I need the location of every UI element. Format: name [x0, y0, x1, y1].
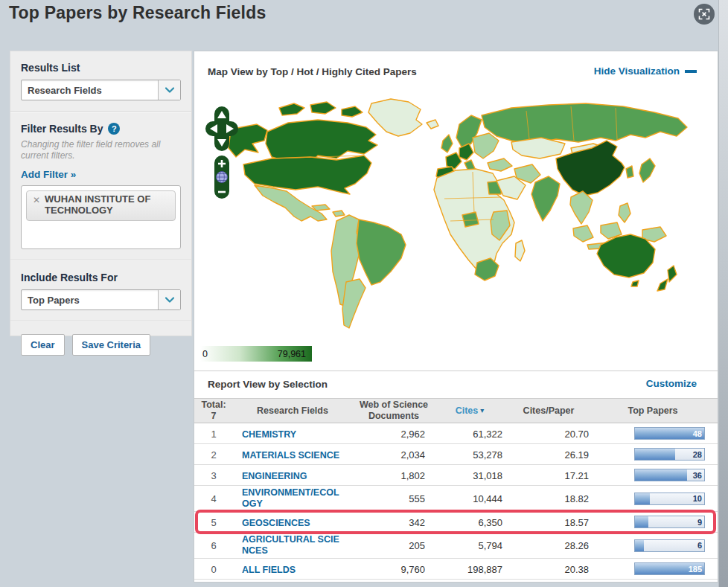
include-results-value: Top Papers	[22, 290, 158, 309]
filter-section: Filter Results By ? Changing the filter …	[21, 123, 181, 249]
field-link[interactable]: AGRICULTURAL SCIENCES	[242, 534, 340, 556]
map-country-mexico	[255, 185, 327, 221]
map-pan-control	[205, 106, 238, 151]
remove-filter-icon[interactable]: ✕	[33, 195, 40, 205]
top-papers-bar: 6	[634, 539, 705, 552]
table-row: 5 GEOSCIENCES 342 6,350 18.57 9	[194, 512, 718, 533]
results-list-label: Results List	[21, 62, 181, 74]
top-papers-value: 48	[693, 428, 702, 439]
customize-link[interactable]: Customize	[646, 378, 697, 389]
row-cites-per-paper: 17.21	[564, 470, 589, 481]
row-cites-per-paper: 20.38	[564, 564, 589, 575]
row-cites: 31,018	[473, 470, 502, 481]
row-cites: 6,350	[478, 517, 502, 528]
fullscreen-button[interactable]	[694, 4, 715, 25]
report-table-body: 1 CHEMISTRY 2,962 61,322 20.70 48 2 MATE…	[194, 423, 718, 580]
header-research-fields[interactable]: Research Fields	[233, 405, 352, 417]
row-rank: 3	[211, 470, 216, 481]
include-results-section: Include Results For Top Papers	[21, 272, 181, 310]
scrollbar[interactable]	[718, 0, 728, 587]
row-cites: 10,444	[473, 493, 502, 504]
map-philippines	[619, 203, 630, 222]
globe-icon	[217, 172, 228, 183]
map-controls[interactable]	[205, 105, 240, 202]
map-country-korea	[626, 166, 633, 178]
row-wos: 9,760	[400, 564, 425, 575]
map-new-zealand	[657, 266, 677, 291]
map-country-uk	[441, 135, 453, 153]
filter-results-label: Filter Results By	[21, 123, 103, 135]
hide-visualization-link[interactable]: Hide Visualization	[594, 65, 697, 77]
chevron-down-icon	[158, 80, 180, 100]
row-rank: 5	[211, 517, 216, 528]
row-rank: 6	[211, 540, 216, 551]
header-top-papers[interactable]: Top Papers	[593, 405, 712, 417]
fullscreen-icon	[698, 8, 710, 20]
top-papers-value: 28	[693, 449, 702, 460]
header-wos-documents[interactable]: Web of Science Documents	[352, 400, 435, 422]
map-country-argentina	[342, 279, 365, 328]
map-color-scale: 0 79,961	[200, 346, 312, 362]
filter-chip-label: WUHAN INSTITUTE OF TECHNOLOGY	[45, 194, 169, 216]
report-view-title: Report View by Selection	[208, 379, 328, 390]
row-wos: 555	[409, 493, 425, 504]
top-papers-bar-fill	[635, 516, 648, 527]
filter-box: ✕ WUHAN INSTITUTE OF TECHNOLOGY	[21, 185, 181, 249]
field-link[interactable]: CHEMISTRY	[242, 429, 296, 440]
save-criteria-button[interactable]: Save Criteria	[72, 334, 151, 356]
row-cites: 53,278	[473, 449, 502, 461]
page-title: Top Papers by Research Fields	[9, 3, 266, 23]
filter-chip[interactable]: ✕ WUHAN INSTITUTE OF TECHNOLOGY	[26, 190, 176, 221]
top-papers-bar-fill	[635, 540, 644, 551]
map-country-brazil	[357, 219, 406, 285]
field-link[interactable]: MATERIALS SCIENCE	[242, 450, 339, 461]
sidebar: Results List Research Fields Filter Resu…	[10, 51, 192, 336]
add-filter-link[interactable]: Add Filter »	[21, 169, 76, 180]
top-papers-value: 185	[689, 563, 702, 574]
top-papers-bar-fill	[635, 469, 687, 481]
top-papers-bar: 10	[634, 493, 705, 505]
map-eastern-europe	[473, 133, 499, 158]
row-rank: 0	[211, 564, 216, 575]
help-icon[interactable]: ?	[108, 123, 120, 135]
results-list-select[interactable]: Research Fields	[21, 80, 181, 100]
table-row: 4 ENVIRONMENT/ECOLOGY 555 10,444 18.82 1…	[194, 486, 718, 512]
map-view-title: Map View by Top / Hot / Highly Cited Pap…	[208, 66, 417, 77]
clear-button[interactable]: Clear	[21, 334, 65, 356]
top-papers-value: 6	[697, 540, 702, 551]
row-rank: 4	[211, 493, 216, 504]
header-cites[interactable]: Cites ▾	[435, 405, 504, 417]
row-wos: 2,962	[400, 429, 425, 440]
map-central-asia	[511, 138, 565, 158]
include-results-select[interactable]: Top Papers	[21, 289, 181, 310]
chevron-down-icon	[158, 290, 180, 309]
filter-note: Changing the filter field removes all cu…	[21, 139, 181, 161]
include-results-label: Include Results For	[21, 272, 181, 283]
total-count: 7	[211, 411, 217, 422]
top-papers-value: 9	[697, 516, 702, 527]
top-papers-bar: 48	[634, 427, 705, 440]
results-list-section: Results List Research Fields	[21, 62, 181, 100]
row-wos: 205	[409, 540, 425, 551]
top-papers-value: 10	[693, 493, 702, 504]
table-row: 2 MATERIALS SCIENCE 2,034 53,278 26.19 2…	[194, 444, 718, 465]
row-cites-per-paper: 26.19	[564, 449, 589, 461]
row-cites: 5,794	[478, 540, 502, 551]
top-papers-value: 36	[693, 469, 702, 481]
map-country-china	[556, 141, 625, 196]
legend-max-value: 79,961	[278, 349, 312, 359]
header-cites-per-paper[interactable]: Cites/Paper	[504, 405, 593, 417]
row-cites-per-paper: 20.70	[564, 429, 589, 440]
row-rank: 2	[211, 449, 216, 461]
world-map-area[interactable]	[194, 94, 718, 341]
field-link[interactable]: ENGINEERING	[242, 471, 307, 482]
map-indochina	[570, 191, 593, 224]
field-link[interactable]: ALL FIELDS	[242, 565, 296, 576]
divider	[10, 321, 191, 322]
field-link[interactable]: GEOSCIENCES	[242, 518, 310, 529]
map-country-madagascar	[515, 240, 525, 261]
field-link[interactable]: ENVIRONMENT/ECOLOGY	[242, 487, 340, 510]
report-table: Total: 7 Research Fields Web of Science …	[194, 398, 718, 580]
total-label: Total:	[201, 400, 226, 411]
top-papers-bar: 36	[634, 469, 705, 481]
